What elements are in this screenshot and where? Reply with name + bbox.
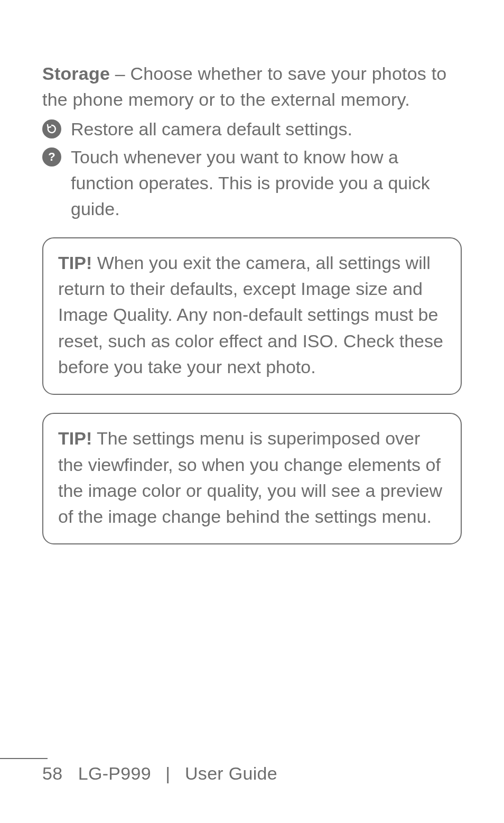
footer-rule <box>0 758 48 759</box>
reset-icon-svg <box>45 123 58 135</box>
restore-icon-cell <box>42 116 71 138</box>
storage-label: Storage <box>42 63 110 84</box>
footer-separator: | <box>161 763 174 784</box>
help-text: Touch whenever you want to know how a fu… <box>71 144 462 223</box>
tip1-label: TIP! <box>58 253 92 273</box>
reset-icon <box>42 119 61 138</box>
tip-box-1: TIP! When you exit the camera, all setti… <box>42 237 462 395</box>
storage-paragraph: Storage – Choose whether to save your ph… <box>42 61 462 113</box>
tip2-label: TIP! <box>58 428 92 448</box>
doc-title: User Guide <box>185 763 277 783</box>
footer-line: 58 LG-P999 | User Guide <box>42 763 277 783</box>
manual-page: Storage – Choose whether to save your ph… <box>0 0 504 823</box>
help-row: ? Touch whenever you want to know how a … <box>42 144 462 223</box>
restore-row: Restore all camera default settings. <box>42 116 462 142</box>
help-icon-cell: ? <box>42 144 71 167</box>
model-name: LG-P999 <box>78 763 151 783</box>
tip2-text: The settings menu is superimposed over t… <box>58 428 442 526</box>
restore-text: Restore all camera default settings. <box>71 116 462 142</box>
tip1-text: When you exit the camera, all settings w… <box>58 253 443 377</box>
page-footer: 58 LG-P999 | User Guide <box>0 763 504 784</box>
page-number: 58 <box>42 763 62 783</box>
tip-box-2: TIP! The settings menu is superimposed o… <box>42 413 462 544</box>
help-icon: ? <box>42 147 61 167</box>
